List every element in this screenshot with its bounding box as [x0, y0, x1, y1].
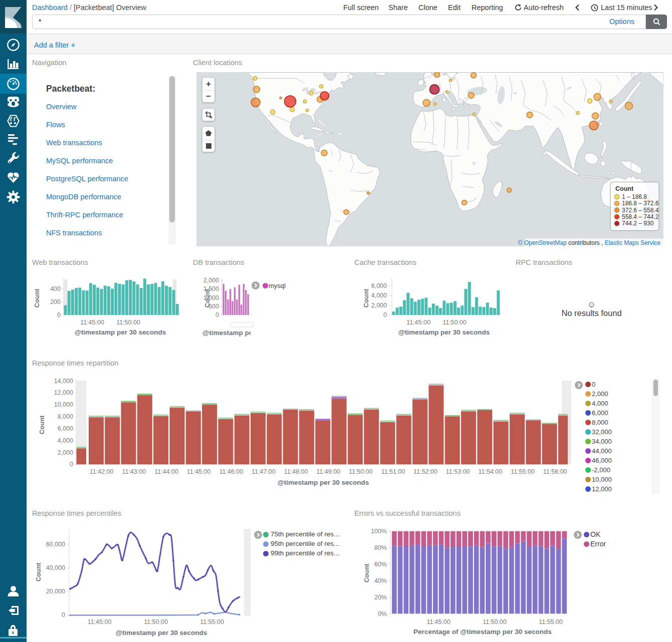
- svg-text:11:46:00: 11:46:00: [219, 468, 243, 475]
- svg-text:11:44:00: 11:44:00: [154, 468, 178, 475]
- svg-text:100%: 100%: [371, 528, 387, 535]
- svg-text:4,000: 4,000: [371, 292, 387, 299]
- svg-text:11:45:00: 11:45:00: [406, 319, 430, 326]
- svg-text:372.6 – 558.4: 372.6 – 558.4: [622, 206, 659, 213]
- svg-text:2,000: 2,000: [371, 302, 387, 309]
- svg-text:11:42:00: 11:42:00: [90, 468, 114, 475]
- svg-text:11:50:00: 11:50:00: [442, 319, 467, 326]
- svg-text:60%: 60%: [374, 561, 387, 568]
- svg-text:11:53:00: 11:53:00: [446, 468, 470, 475]
- svg-text:11:45:00: 11:45:00: [80, 319, 104, 326]
- svg-text:12,000: 12,000: [54, 389, 73, 396]
- svg-text:80%: 80%: [374, 544, 387, 551]
- svg-text:11:48:00: 11:48:00: [284, 468, 308, 475]
- svg-text:558.4 – 744.2: 558.4 – 744.2: [622, 213, 659, 220]
- svg-text:0: 0: [215, 311, 219, 318]
- svg-text:11:50:00: 11:50:00: [116, 319, 140, 326]
- svg-text:20%: 20%: [374, 594, 387, 601]
- svg-text:11:50:00: 11:50:00: [144, 618, 168, 625]
- svg-text:744.2 – 930: 744.2 – 930: [622, 220, 654, 227]
- svg-text:11:51:00: 11:51:00: [381, 468, 405, 475]
- svg-text:0: 0: [70, 461, 73, 468]
- svg-text:6,000: 6,000: [58, 425, 73, 432]
- svg-text:200: 200: [50, 298, 61, 305]
- svg-text:0%: 0%: [378, 610, 387, 617]
- svg-text:10,000: 10,000: [54, 401, 73, 408]
- svg-text:11:55:00: 11:55:00: [511, 468, 535, 475]
- svg-text:11:52:00: 11:52:00: [413, 468, 437, 475]
- svg-text:0: 0: [383, 311, 387, 318]
- svg-text:11:47:00: 11:47:00: [252, 468, 276, 475]
- svg-text:11:55:00: 11:55:00: [200, 618, 224, 625]
- svg-text:© OpenStreetMap contributors ,: © OpenStreetMap contributors , Elastic M…: [518, 239, 661, 246]
- svg-text:11:50:00: 11:50:00: [483, 618, 507, 625]
- svg-text:11:49:00: 11:49:00: [316, 468, 340, 475]
- svg-text:40%: 40%: [374, 577, 387, 584]
- svg-text:0: 0: [57, 311, 61, 318]
- svg-text:4,000: 4,000: [58, 437, 73, 444]
- svg-text:2,000: 2,000: [58, 449, 73, 456]
- svg-text:11:56:00: 11:56:00: [543, 468, 567, 475]
- svg-text:11:54:00: 11:54:00: [479, 468, 503, 475]
- svg-text:60,000: 60,000: [46, 541, 65, 548]
- svg-text:20,000: 20,000: [46, 588, 65, 595]
- svg-text:11:45:00: 11:45:00: [88, 618, 112, 625]
- svg-text:1 – 186.8: 1 – 186.8: [622, 193, 647, 200]
- svg-text:6,000: 6,000: [371, 282, 387, 289]
- svg-text:8,000: 8,000: [58, 413, 73, 420]
- svg-text:11:55:00: 11:55:00: [539, 618, 563, 625]
- svg-text:11:45:00: 11:45:00: [187, 468, 211, 475]
- svg-text:0: 0: [62, 611, 65, 618]
- svg-text:40,000: 40,000: [46, 564, 65, 571]
- svg-text:186.8 – 372.6: 186.8 – 372.6: [622, 200, 659, 207]
- svg-text:11:45:00: 11:45:00: [426, 618, 451, 625]
- svg-text:400: 400: [50, 285, 61, 292]
- svg-text:11:43:00: 11:43:00: [122, 468, 146, 475]
- svg-text:11:50:00: 11:50:00: [349, 468, 373, 475]
- svg-text:Count: Count: [615, 185, 634, 192]
- svg-text:14,000: 14,000: [54, 378, 73, 385]
